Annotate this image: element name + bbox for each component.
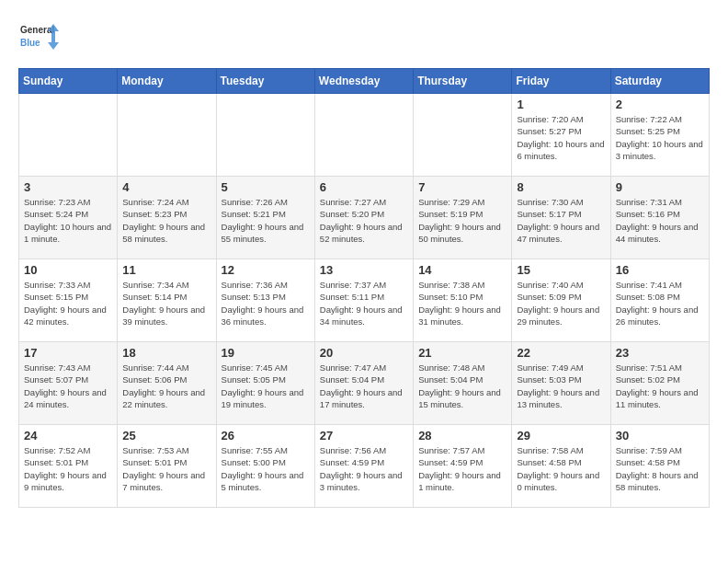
calendar-cell: 15Sunrise: 7:40 AMSunset: 5:09 PMDayligh… — [512, 259, 610, 342]
calendar-table: SundayMondayTuesdayWednesdayThursdayFrid… — [18, 68, 710, 508]
day-number: 9 — [616, 180, 704, 194]
day-number: 24 — [24, 429, 112, 442]
calendar-cell: 25Sunrise: 7:53 AMSunset: 5:01 PMDayligh… — [118, 425, 216, 508]
day-number: 27 — [320, 429, 408, 442]
header-sunday: Sunday — [19, 69, 118, 94]
day-number: 1 — [517, 98, 605, 111]
calendar-cell: 18Sunrise: 7:44 AMSunset: 5:06 PMDayligh… — [118, 342, 216, 425]
day-number: 29 — [517, 429, 605, 442]
page-header: General Blue — [18, 18, 710, 59]
header-friday: Friday — [512, 69, 610, 94]
calendar-cell: 29Sunrise: 7:58 AMSunset: 4:58 PMDayligh… — [512, 425, 610, 508]
day-info: Sunrise: 7:47 AMSunset: 5:04 PMDaylight:… — [320, 362, 408, 410]
day-number: 15 — [517, 263, 605, 277]
day-number: 5 — [222, 180, 310, 194]
day-info: Sunrise: 7:29 AMSunset: 5:19 PMDaylight:… — [418, 196, 506, 245]
calendar-cell: 21Sunrise: 7:48 AMSunset: 5:04 PMDayligh… — [414, 342, 512, 425]
calendar-cell: 19Sunrise: 7:45 AMSunset: 5:05 PMDayligh… — [216, 342, 314, 425]
day-info: Sunrise: 7:23 AMSunset: 5:24 PMDaylight:… — [24, 196, 112, 245]
day-number: 21 — [418, 346, 506, 360]
day-number: 12 — [222, 263, 310, 277]
calendar-cell: 27Sunrise: 7:56 AMSunset: 4:59 PMDayligh… — [314, 425, 413, 508]
calendar-header-row: SundayMondayTuesdayWednesdayThursdayFrid… — [19, 69, 710, 94]
header-wednesday: Wednesday — [314, 69, 413, 94]
week-row-4: 17Sunrise: 7:43 AMSunset: 5:07 PMDayligh… — [19, 342, 710, 425]
calendar-cell: 3Sunrise: 7:23 AMSunset: 5:24 PMDaylight… — [19, 177, 118, 259]
calendar-cell: 22Sunrise: 7:49 AMSunset: 5:03 PMDayligh… — [512, 342, 610, 425]
day-info: Sunrise: 7:20 AMSunset: 5:27 PMDaylight:… — [517, 113, 605, 162]
header-saturday: Saturday — [610, 69, 709, 94]
day-info: Sunrise: 7:43 AMSunset: 5:07 PMDaylight:… — [24, 362, 112, 410]
day-info: Sunrise: 7:49 AMSunset: 5:03 PMDaylight:… — [517, 362, 605, 410]
day-info: Sunrise: 7:55 AMSunset: 5:00 PMDaylight:… — [222, 444, 310, 493]
week-row-2: 3Sunrise: 7:23 AMSunset: 5:24 PMDaylight… — [19, 177, 710, 259]
calendar-cell: 9Sunrise: 7:31 AMSunset: 5:16 PMDaylight… — [610, 177, 709, 259]
day-info: Sunrise: 7:30 AMSunset: 5:17 PMDaylight:… — [517, 196, 605, 245]
day-number: 11 — [122, 263, 210, 277]
calendar-cell: 1Sunrise: 7:20 AMSunset: 5:27 PMDaylight… — [512, 94, 610, 177]
calendar-cell — [19, 94, 118, 177]
calendar-cell: 13Sunrise: 7:37 AMSunset: 5:11 PMDayligh… — [314, 259, 413, 342]
day-info: Sunrise: 7:53 AMSunset: 5:01 PMDaylight:… — [122, 444, 210, 493]
day-info: Sunrise: 7:41 AMSunset: 5:08 PMDaylight:… — [616, 279, 704, 327]
day-info: Sunrise: 7:56 AMSunset: 4:59 PMDaylight:… — [320, 444, 408, 493]
calendar-cell: 16Sunrise: 7:41 AMSunset: 5:08 PMDayligh… — [610, 259, 709, 342]
day-info: Sunrise: 7:58 AMSunset: 4:58 PMDaylight:… — [517, 444, 605, 493]
day-number: 6 — [320, 180, 408, 194]
calendar-cell — [118, 94, 216, 177]
header-thursday: Thursday — [414, 69, 512, 94]
week-row-5: 24Sunrise: 7:52 AMSunset: 5:01 PMDayligh… — [19, 425, 710, 508]
calendar-cell: 30Sunrise: 7:59 AMSunset: 4:58 PMDayligh… — [610, 425, 709, 508]
week-row-1: 1Sunrise: 7:20 AMSunset: 5:27 PMDaylight… — [19, 94, 710, 177]
day-number: 2 — [616, 98, 704, 111]
day-number: 25 — [122, 429, 210, 442]
day-number: 23 — [616, 346, 704, 360]
calendar-cell: 8Sunrise: 7:30 AMSunset: 5:17 PMDaylight… — [512, 177, 610, 259]
day-number: 10 — [24, 263, 112, 277]
day-number: 26 — [222, 429, 310, 442]
logo-bird-icon: General Blue — [18, 18, 59, 59]
calendar-cell: 26Sunrise: 7:55 AMSunset: 5:00 PMDayligh… — [216, 425, 314, 508]
day-info: Sunrise: 7:22 AMSunset: 5:25 PMDaylight:… — [616, 113, 704, 162]
day-info: Sunrise: 7:52 AMSunset: 5:01 PMDaylight:… — [24, 444, 112, 493]
day-info: Sunrise: 7:38 AMSunset: 5:10 PMDaylight:… — [418, 279, 506, 327]
day-number: 4 — [122, 180, 210, 194]
header-tuesday: Tuesday — [216, 69, 314, 94]
day-number: 7 — [418, 180, 506, 194]
day-number: 20 — [320, 346, 408, 360]
day-number: 8 — [517, 180, 605, 194]
calendar-cell: 23Sunrise: 7:51 AMSunset: 5:02 PMDayligh… — [610, 342, 709, 425]
day-number: 18 — [122, 346, 210, 360]
day-info: Sunrise: 7:57 AMSunset: 4:59 PMDaylight:… — [418, 444, 506, 493]
day-number: 28 — [418, 429, 506, 442]
day-info: Sunrise: 7:44 AMSunset: 5:06 PMDaylight:… — [122, 362, 210, 410]
calendar-cell: 14Sunrise: 7:38 AMSunset: 5:10 PMDayligh… — [414, 259, 512, 342]
calendar-cell — [414, 94, 512, 177]
day-info: Sunrise: 7:26 AMSunset: 5:21 PMDaylight:… — [222, 196, 310, 245]
day-info: Sunrise: 7:40 AMSunset: 5:09 PMDaylight:… — [517, 279, 605, 327]
calendar-cell: 6Sunrise: 7:27 AMSunset: 5:20 PMDaylight… — [314, 177, 413, 259]
header-monday: Monday — [118, 69, 216, 94]
calendar-cell: 11Sunrise: 7:34 AMSunset: 5:14 PMDayligh… — [118, 259, 216, 342]
day-number: 3 — [24, 180, 112, 194]
svg-text:Blue: Blue — [20, 38, 40, 48]
day-info: Sunrise: 7:45 AMSunset: 5:05 PMDaylight:… — [222, 362, 310, 410]
calendar-cell: 28Sunrise: 7:57 AMSunset: 4:59 PMDayligh… — [414, 425, 512, 508]
calendar-cell: 12Sunrise: 7:36 AMSunset: 5:13 PMDayligh… — [216, 259, 314, 342]
day-info: Sunrise: 7:36 AMSunset: 5:13 PMDaylight:… — [222, 279, 310, 327]
day-info: Sunrise: 7:37 AMSunset: 5:11 PMDaylight:… — [320, 279, 408, 327]
day-number: 19 — [222, 346, 310, 360]
day-number: 22 — [517, 346, 605, 360]
calendar-cell — [216, 94, 314, 177]
calendar-cell: 5Sunrise: 7:26 AMSunset: 5:21 PMDaylight… — [216, 177, 314, 259]
calendar-cell: 7Sunrise: 7:29 AMSunset: 5:19 PMDaylight… — [414, 177, 512, 259]
day-number: 13 — [320, 263, 408, 277]
day-info: Sunrise: 7:33 AMSunset: 5:15 PMDaylight:… — [24, 279, 112, 327]
calendar-cell: 17Sunrise: 7:43 AMSunset: 5:07 PMDayligh… — [19, 342, 118, 425]
day-info: Sunrise: 7:48 AMSunset: 5:04 PMDaylight:… — [418, 362, 506, 410]
day-number: 17 — [24, 346, 112, 360]
day-info: Sunrise: 7:59 AMSunset: 4:58 PMDaylight:… — [616, 444, 704, 493]
logo: General Blue — [18, 18, 59, 59]
calendar-cell — [314, 94, 413, 177]
calendar-cell: 4Sunrise: 7:24 AMSunset: 5:23 PMDaylight… — [118, 177, 216, 259]
